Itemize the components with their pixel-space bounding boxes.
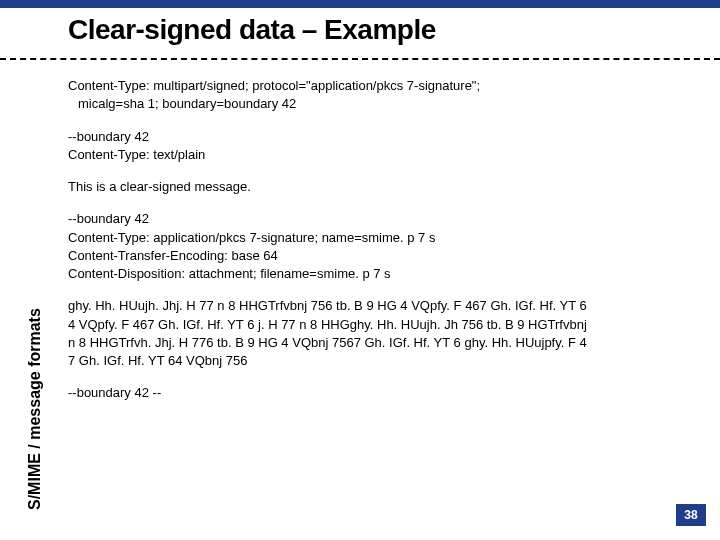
- mime-part-header: Content-Type: text/plain: [68, 147, 688, 163]
- divider-line: [0, 58, 720, 60]
- top-accent-bar: [0, 0, 720, 8]
- sidebar-label: S/MIME / message formats: [26, 308, 44, 510]
- mime-part-header: Content-Type: application/pkcs 7-signatu…: [68, 230, 688, 246]
- mime-boundary-end: --boundary 42 --: [68, 385, 688, 401]
- slide-title: Clear-signed data – Example: [68, 14, 436, 46]
- base64-data: ghy. Hh. HUujh. Jhj. H 77 n 8 HHGTrfvbnj…: [68, 298, 688, 314]
- mime-header-line: micalg=sha 1; boundary=boundary 42: [68, 96, 688, 112]
- base64-data: 4 VQpfy. F 467 Gh. IGf. Hf. YT 6 j. H 77…: [68, 317, 688, 333]
- mime-part-header: Content-Disposition: attachment; filenam…: [68, 266, 688, 282]
- mime-boundary: --boundary 42: [68, 211, 688, 227]
- base64-data: n 8 HHGTrfvh. Jhj. H 776 tb. B 9 HG 4 VQ…: [68, 335, 688, 351]
- base64-data: 7 Gh. IGf. Hf. YT 64 VQbnj 756: [68, 353, 688, 369]
- slide-body: Content-Type: multipart/signed; protocol…: [68, 78, 688, 404]
- mime-header-line: Content-Type: multipart/signed; protocol…: [68, 78, 688, 94]
- plain-message: This is a clear-signed message.: [68, 179, 688, 195]
- page-number-badge: 38: [676, 504, 706, 526]
- mime-boundary: --boundary 42: [68, 129, 688, 145]
- mime-part-header: Content-Transfer-Encoding: base 64: [68, 248, 688, 264]
